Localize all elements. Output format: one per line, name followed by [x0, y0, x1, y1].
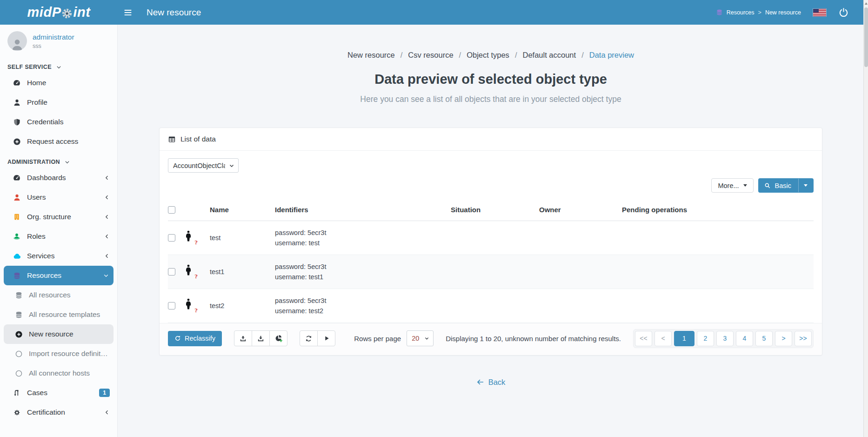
- sidebar-item-label: Credentials: [27, 118, 110, 126]
- pagination-previous[interactable]: <: [654, 331, 672, 346]
- reclassify-button[interactable]: Reclassify: [168, 331, 222, 346]
- refresh-button[interactable]: [300, 330, 318, 346]
- basic-search-button[interactable]: Basic: [758, 178, 814, 193]
- sidebar-item-home[interactable]: Home: [0, 73, 117, 93]
- scrollbar-thumb[interactable]: [864, 7, 868, 67]
- download-button[interactable]: [252, 330, 270, 346]
- column-header-name[interactable]: Name: [210, 199, 275, 221]
- pagination-page-3[interactable]: 3: [716, 331, 734, 346]
- sidebar-item-label: Certification: [27, 408, 99, 417]
- language-flag-us-icon[interactable]: [813, 9, 826, 16]
- top-navbar: midPint New resource Resources > New res…: [0, 0, 863, 25]
- pagination-page-2[interactable]: 2: [697, 331, 714, 346]
- identifier-username: username: test2: [275, 306, 451, 316]
- column-header-pending-operations: Pending operations: [622, 199, 814, 221]
- breadcrumb-link-new-resource[interactable]: New resource: [765, 9, 801, 16]
- paging-controls: Rows per page 20 Displaying 1 to 20, unk…: [354, 329, 814, 348]
- pagination-page-4[interactable]: 4: [736, 331, 753, 346]
- vertical-scrollbar[interactable]: [863, 0, 868, 437]
- wizard-step-csv-resource[interactable]: Csv resource: [408, 51, 453, 60]
- search-mode-dropdown[interactable]: [798, 179, 808, 192]
- sidebar-item-label: Profile: [27, 98, 110, 107]
- wizard-step-default-account[interactable]: Default account: [522, 51, 576, 60]
- unknown-account-icon: ?: [183, 298, 195, 312]
- pagination-next[interactable]: >: [775, 331, 792, 346]
- sidebar-item-label: Dashboards: [27, 174, 99, 182]
- wizard-step-data-preview: Data preview: [589, 51, 634, 60]
- user-avatar[interactable]: [7, 31, 27, 51]
- search-toolbar: More... Basic: [168, 178, 814, 193]
- icon-column-header: [183, 199, 210, 221]
- row-checkbox[interactable]: [168, 234, 175, 242]
- pagination-first[interactable]: <<: [635, 331, 652, 346]
- wizard-separator: /: [581, 51, 584, 60]
- rows-per-page-select[interactable]: 20: [407, 330, 434, 346]
- breadcrumb-link-resources[interactable]: Resources: [727, 9, 754, 16]
- row-checkbox[interactable]: [168, 302, 175, 309]
- user-name-link[interactable]: administrator: [33, 33, 74, 41]
- object-class-select[interactable]: AccountObjectClass: [168, 158, 239, 173]
- sidebar-item-profile[interactable]: Profile: [0, 93, 117, 112]
- sidebar-item-all-resources[interactable]: All resources: [0, 285, 117, 305]
- unknown-account-icon: ?: [183, 264, 195, 278]
- play-button[interactable]: [317, 330, 335, 346]
- sidebar-item-label: New resource: [29, 330, 106, 338]
- sidebar-item-certification[interactable]: Certification: [0, 403, 117, 422]
- row-checkbox[interactable]: [168, 268, 175, 276]
- scrollbar-up-arrow[interactable]: [865, 2, 868, 5]
- identifier-password: password: 5ecr3t: [275, 296, 451, 306]
- chevron-left-icon: [104, 253, 110, 259]
- database-icon: [12, 271, 21, 280]
- sidebar-item-users[interactable]: Users: [0, 188, 117, 207]
- midpoint-logo[interactable]: midPint: [0, 0, 118, 25]
- sidebar-item-all-connector-hosts[interactable]: All connector hosts: [0, 363, 117, 383]
- table-header-row: Name Identifiers Situation Owner Pending…: [168, 199, 814, 221]
- chevron-left-icon: [104, 234, 110, 239]
- sidebar-item-dashboards[interactable]: Dashboards: [0, 168, 117, 188]
- wizard-step-object-types[interactable]: Object types: [467, 51, 509, 60]
- sidebar-item-import-resource-definition[interactable]: Import resource definit…: [0, 344, 117, 363]
- sidebar-item-new-resource[interactable]: New resource: [4, 324, 114, 344]
- section-self-service[interactable]: SELF SERVICE: [0, 56, 117, 73]
- card-header: List of data: [160, 128, 822, 151]
- database-icon: [716, 9, 723, 16]
- sidebar-item-roles[interactable]: Roles: [0, 227, 117, 246]
- table-icon: [168, 135, 176, 143]
- pagination-page-1[interactable]: 1: [674, 331, 694, 346]
- wizard-step-new-resource[interactable]: New resource: [347, 51, 395, 60]
- sidebar-item-all-resource-templates[interactable]: All resource templates: [0, 305, 117, 324]
- database-icon: [14, 290, 23, 300]
- more-button[interactable]: More...: [711, 178, 753, 193]
- create-report-pie-chart-button[interactable]: [269, 330, 287, 346]
- chevron-left-icon: [104, 410, 110, 415]
- row-situation: [451, 255, 539, 289]
- hamburger-menu-icon[interactable]: [118, 0, 138, 25]
- main-content: New resource / Csv resource / Object typ…: [118, 25, 863, 437]
- back-button[interactable]: Back: [476, 378, 506, 387]
- sidebar-item-label: Cases: [27, 389, 93, 397]
- sidebar-item-label: Resources: [27, 271, 98, 280]
- circle-outline-icon: [14, 369, 23, 378]
- pagination-page-5[interactable]: 5: [755, 331, 773, 346]
- sidebar-item-label: Import resource definit…: [29, 350, 110, 358]
- select-all-checkbox[interactable]: [168, 206, 175, 214]
- sidebar-item-cases[interactable]: Cases 1: [0, 383, 117, 403]
- sidebar-item-services[interactable]: Services: [0, 246, 117, 266]
- wizard-separator: /: [459, 51, 461, 60]
- upload-button[interactable]: [234, 330, 252, 346]
- plus-circle-icon: [14, 329, 23, 339]
- sidebar-item-request-access[interactable]: Request access: [0, 132, 117, 151]
- section-administration[interactable]: ADMINISTRATION: [0, 151, 117, 168]
- sidebar-item-label: Request access: [27, 137, 110, 146]
- sidebar-item-resources[interactable]: Resources: [4, 266, 114, 285]
- list-of-data-card: List of data AccountObjectClass More... …: [159, 128, 822, 356]
- certificate-seal-icon: [12, 408, 21, 417]
- sidebar-item-org-structure[interactable]: Org. structure: [0, 207, 117, 227]
- chevron-left-icon: [104, 195, 110, 200]
- gear-logo-icon: [61, 8, 73, 19]
- sidebar-item-credentials[interactable]: Credentials: [0, 112, 117, 132]
- rows-per-page: Rows per page 20: [354, 330, 434, 346]
- logout-power-icon[interactable]: [838, 7, 850, 19]
- pagination-last[interactable]: >>: [795, 331, 812, 346]
- circle-outline-icon: [14, 349, 23, 358]
